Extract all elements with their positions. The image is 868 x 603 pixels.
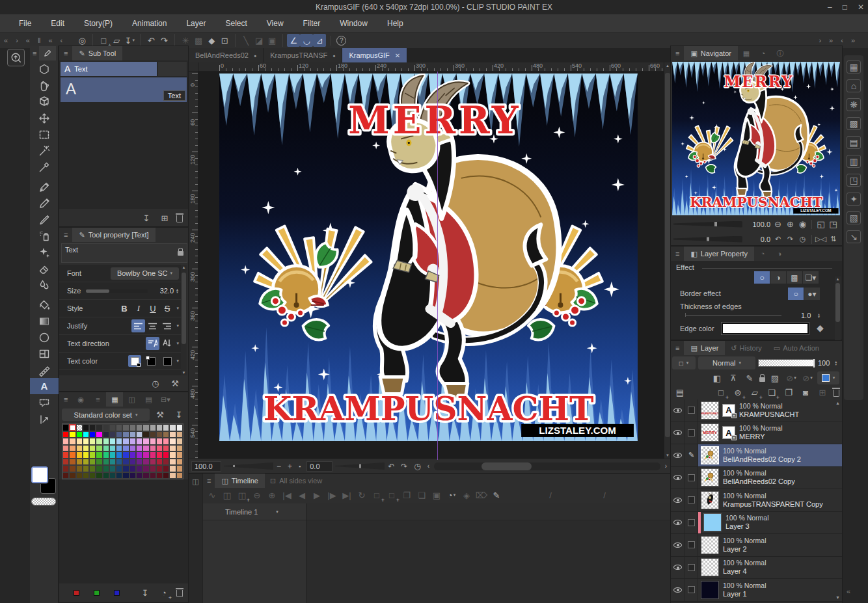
create-layer-mask-icon[interactable]: ◙ (799, 386, 812, 399)
layer-checkbox[interactable] (688, 407, 695, 414)
size-slider[interactable] (86, 289, 148, 293)
color-swatch[interactable] (142, 445, 149, 452)
edge-color-swatch[interactable] (722, 323, 809, 334)
color-swatch[interactable] (150, 472, 156, 479)
color-swatch[interactable] (83, 451, 89, 459)
layer-visibility-cell[interactable] (671, 422, 685, 444)
operation-tool[interactable] (30, 61, 59, 77)
color-swatch[interactable] (116, 472, 122, 479)
fit-to-screen-icon[interactable]: ◱ (815, 218, 827, 231)
lock-layer-icon[interactable] (759, 377, 765, 382)
layer-panel-menu-icon[interactable]: ≡ (671, 344, 684, 352)
sub-tool-item-text[interactable]: A Text (61, 62, 157, 76)
color-swatch[interactable] (150, 465, 156, 472)
close-tab-icon[interactable]: ✕ (395, 52, 400, 59)
color-swatch[interactable] (129, 472, 136, 479)
close-button[interactable]: ✕ (858, 3, 864, 12)
horizontal-text-button[interactable] (146, 337, 159, 350)
specify-cel-icon[interactable]: □+ (385, 489, 398, 502)
layer-filter-select[interactable]: □ ▾ (672, 356, 696, 369)
color-swatch[interactable] (103, 431, 109, 438)
layer-tab[interactable]: ▤Layer (684, 341, 725, 355)
minimize-button[interactable]: – (828, 3, 832, 12)
apply-mask-icon[interactable]: ⊞ (816, 386, 829, 399)
color-swatch[interactable] (69, 472, 75, 479)
navigator-rotation-slider[interactable] (673, 236, 742, 243)
scroll-right-icon[interactable]: › (662, 462, 670, 470)
color-swatch[interactable] (69, 438, 75, 445)
add-color-icon[interactable]: ◔+ (157, 586, 170, 599)
color-swatch[interactable] (62, 472, 69, 479)
artwork-canvas[interactable]: MERRY KRAMPUSNACHT LIZSTALEY.COM (219, 74, 638, 441)
material-image-icon[interactable]: ▥ (847, 155, 861, 168)
text-tool[interactable]: A (30, 378, 59, 394)
color-swatch[interactable] (76, 445, 83, 452)
color-swatch[interactable] (136, 459, 142, 466)
color-swatch[interactable] (176, 431, 183, 438)
snap-to-grid-icon[interactable]: ⊿ (313, 34, 326, 47)
color-swatch[interactable] (156, 445, 163, 452)
edge-border-icon[interactable]: ○ (788, 288, 804, 300)
layer-row[interactable]: 100 % NormalLayer 2 (671, 534, 842, 557)
navigator-menu-icon[interactable]: ≡ (671, 49, 684, 57)
layer-thumbnail[interactable] (701, 491, 719, 509)
link-cel-icon[interactable]: ❐ (400, 489, 413, 502)
color-swatch[interactable] (176, 451, 183, 459)
shade-icon[interactable]: ◪ (252, 34, 265, 47)
delete-cel-icon[interactable]: ◈ (460, 489, 473, 502)
panel-chevron-icon[interactable]: ‹ (837, 36, 847, 44)
transfer-to-lower-icon[interactable]: ❏+ (765, 386, 778, 399)
navigator-preview[interactable]: MERRY KRAMPUSNACHT LIZSTALEY.COM (672, 62, 840, 215)
layer-mask-icon[interactable]: ⊘▾ (801, 371, 814, 384)
color-swatch[interactable] (163, 431, 169, 438)
scroll-up-icon[interactable]: ▲ (181, 265, 187, 269)
blend-mode-select[interactable]: Normal ▾ (698, 356, 755, 369)
maximize-button[interactable]: □ (843, 3, 847, 12)
zoom-in-icon[interactable]: + (284, 462, 295, 471)
eye-icon[interactable] (673, 453, 682, 458)
timeline-pen-icon[interactable]: ✎ (490, 489, 503, 502)
color-swatch[interactable] (142, 438, 149, 445)
layer-checkbox[interactable] (688, 586, 695, 593)
color-swatch[interactable] (156, 459, 163, 466)
reselect-icon[interactable]: ▩ (192, 34, 205, 47)
new-raster-layer-icon[interactable]: □+ (714, 386, 727, 399)
color-set-select[interactable]: Standard color set ▾ (62, 409, 150, 421)
layer-checkbox[interactable] (688, 519, 695, 526)
scroll-down-icon[interactable]: ▼ (181, 371, 187, 375)
zoom-out-icon[interactable]: ⊖ (772, 218, 784, 231)
eye-icon[interactable] (673, 587, 682, 593)
color-swatch[interactable] (116, 431, 122, 438)
blend-tool[interactable] (30, 276, 59, 293)
color-panel-menu-icon[interactable]: ≡ (59, 395, 72, 403)
snap-to-ruler-icon[interactable]: ∠ (287, 34, 300, 47)
tool-property-menu-icon[interactable]: ≡ (59, 231, 72, 239)
layer-visibility-cell[interactable] (671, 399, 685, 422)
menu-filter[interactable]: Filter (293, 14, 331, 33)
color-swatch[interactable] (83, 424, 89, 431)
layer-visibility-cell[interactable] (671, 534, 685, 556)
color-swatch[interactable] (89, 472, 96, 479)
color-swatch[interactable] (156, 451, 163, 459)
color-swatch[interactable] (83, 472, 89, 479)
layer-check-cell[interactable] (685, 557, 698, 579)
move-layer-tool[interactable] (30, 110, 59, 126)
open-file-icon[interactable]: ▱ (110, 34, 123, 47)
layer-visibility-cell[interactable] (671, 557, 685, 579)
color-swatch[interactable] (116, 459, 122, 466)
opacity-slider[interactable] (758, 359, 815, 367)
text-color-main-swatch[interactable] (128, 355, 141, 367)
menu-animation[interactable]: Animation (122, 14, 176, 33)
justify-left-button[interactable] (131, 319, 145, 332)
loop-play-icon[interactable]: ↻ (355, 489, 368, 502)
auto-action-tab[interactable]: ▭Auto Action (768, 341, 825, 355)
color-history-tab-icon[interactable]: ⊟▾ (157, 392, 174, 407)
auto-select-tool[interactable] (30, 142, 59, 159)
approximate-color-tab-icon[interactable]: ▤ (140, 392, 157, 407)
color-swatch[interactable] (83, 445, 89, 452)
layer-row[interactable]: 100 % NormalKrampusTRANSPARENT Copy (671, 489, 842, 512)
canvas-viewport[interactable]: MERRY KRAMPUSNACHT LIZSTALEY.COM (198, 72, 664, 459)
color-swatch[interactable] (156, 465, 163, 472)
color-swatch[interactable] (76, 438, 83, 445)
justify-center-button[interactable] (146, 319, 159, 332)
